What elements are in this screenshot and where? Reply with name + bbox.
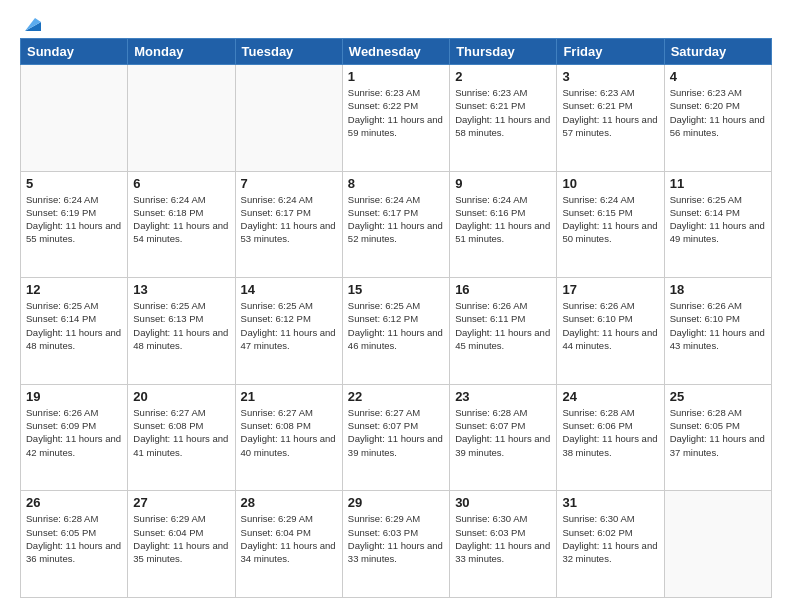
calendar-cell: 24Sunrise: 6:28 AM Sunset: 6:06 PM Dayli… [557,384,664,491]
col-thursday: Thursday [450,39,557,65]
day-number: 1 [348,69,444,84]
calendar-cell: 1Sunrise: 6:23 AM Sunset: 6:22 PM Daylig… [342,65,449,172]
calendar-week-row: 1Sunrise: 6:23 AM Sunset: 6:22 PM Daylig… [21,65,772,172]
calendar-cell: 20Sunrise: 6:27 AM Sunset: 6:08 PM Dayli… [128,384,235,491]
day-info: Sunrise: 6:24 AM Sunset: 6:17 PM Dayligh… [241,193,337,246]
col-sunday: Sunday [21,39,128,65]
day-info: Sunrise: 6:23 AM Sunset: 6:22 PM Dayligh… [348,86,444,139]
day-info: Sunrise: 6:23 AM Sunset: 6:21 PM Dayligh… [562,86,658,139]
calendar-cell: 5Sunrise: 6:24 AM Sunset: 6:19 PM Daylig… [21,171,128,278]
day-number: 13 [133,282,229,297]
day-info: Sunrise: 6:25 AM Sunset: 6:12 PM Dayligh… [241,299,337,352]
header [20,18,772,28]
day-info: Sunrise: 6:24 AM Sunset: 6:15 PM Dayligh… [562,193,658,246]
day-info: Sunrise: 6:30 AM Sunset: 6:03 PM Dayligh… [455,512,551,565]
calendar-cell: 22Sunrise: 6:27 AM Sunset: 6:07 PM Dayli… [342,384,449,491]
calendar-cell: 6Sunrise: 6:24 AM Sunset: 6:18 PM Daylig… [128,171,235,278]
day-number: 20 [133,389,229,404]
calendar-table: Sunday Monday Tuesday Wednesday Thursday… [20,38,772,598]
day-number: 5 [26,176,122,191]
day-number: 28 [241,495,337,510]
day-info: Sunrise: 6:24 AM Sunset: 6:19 PM Dayligh… [26,193,122,246]
day-number: 10 [562,176,658,191]
calendar-cell: 25Sunrise: 6:28 AM Sunset: 6:05 PM Dayli… [664,384,771,491]
day-info: Sunrise: 6:28 AM Sunset: 6:05 PM Dayligh… [670,406,766,459]
calendar-week-row: 5Sunrise: 6:24 AM Sunset: 6:19 PM Daylig… [21,171,772,278]
calendar-cell: 8Sunrise: 6:24 AM Sunset: 6:17 PM Daylig… [342,171,449,278]
calendar-cell: 30Sunrise: 6:30 AM Sunset: 6:03 PM Dayli… [450,491,557,598]
calendar-cell: 18Sunrise: 6:26 AM Sunset: 6:10 PM Dayli… [664,278,771,385]
calendar-cell: 4Sunrise: 6:23 AM Sunset: 6:20 PM Daylig… [664,65,771,172]
day-info: Sunrise: 6:29 AM Sunset: 6:04 PM Dayligh… [241,512,337,565]
day-number: 29 [348,495,444,510]
day-number: 17 [562,282,658,297]
day-number: 19 [26,389,122,404]
day-info: Sunrise: 6:30 AM Sunset: 6:02 PM Dayligh… [562,512,658,565]
calendar-cell: 12Sunrise: 6:25 AM Sunset: 6:14 PM Dayli… [21,278,128,385]
col-wednesday: Wednesday [342,39,449,65]
day-number: 2 [455,69,551,84]
day-number: 24 [562,389,658,404]
calendar-cell: 31Sunrise: 6:30 AM Sunset: 6:02 PM Dayli… [557,491,664,598]
calendar-cell: 3Sunrise: 6:23 AM Sunset: 6:21 PM Daylig… [557,65,664,172]
page: Sunday Monday Tuesday Wednesday Thursday… [0,0,792,612]
day-number: 30 [455,495,551,510]
day-info: Sunrise: 6:26 AM Sunset: 6:10 PM Dayligh… [562,299,658,352]
day-info: Sunrise: 6:25 AM Sunset: 6:14 PM Dayligh… [670,193,766,246]
calendar-cell: 11Sunrise: 6:25 AM Sunset: 6:14 PM Dayli… [664,171,771,278]
day-info: Sunrise: 6:23 AM Sunset: 6:20 PM Dayligh… [670,86,766,139]
day-info: Sunrise: 6:29 AM Sunset: 6:04 PM Dayligh… [133,512,229,565]
calendar-cell [235,65,342,172]
day-number: 27 [133,495,229,510]
day-number: 23 [455,389,551,404]
calendar-cell: 15Sunrise: 6:25 AM Sunset: 6:12 PM Dayli… [342,278,449,385]
col-tuesday: Tuesday [235,39,342,65]
logo-icon [21,18,41,32]
day-number: 18 [670,282,766,297]
day-info: Sunrise: 6:27 AM Sunset: 6:08 PM Dayligh… [241,406,337,459]
col-friday: Friday [557,39,664,65]
calendar-week-row: 26Sunrise: 6:28 AM Sunset: 6:05 PM Dayli… [21,491,772,598]
day-number: 8 [348,176,444,191]
calendar-cell [128,65,235,172]
day-info: Sunrise: 6:24 AM Sunset: 6:18 PM Dayligh… [133,193,229,246]
day-info: Sunrise: 6:28 AM Sunset: 6:07 PM Dayligh… [455,406,551,459]
day-number: 16 [455,282,551,297]
day-info: Sunrise: 6:26 AM Sunset: 6:11 PM Dayligh… [455,299,551,352]
calendar-cell: 29Sunrise: 6:29 AM Sunset: 6:03 PM Dayli… [342,491,449,598]
day-info: Sunrise: 6:27 AM Sunset: 6:08 PM Dayligh… [133,406,229,459]
calendar-cell [664,491,771,598]
calendar-body: 1Sunrise: 6:23 AM Sunset: 6:22 PM Daylig… [21,65,772,598]
logo [20,18,41,28]
day-number: 9 [455,176,551,191]
day-info: Sunrise: 6:29 AM Sunset: 6:03 PM Dayligh… [348,512,444,565]
calendar-cell: 23Sunrise: 6:28 AM Sunset: 6:07 PM Dayli… [450,384,557,491]
day-number: 12 [26,282,122,297]
day-number: 4 [670,69,766,84]
calendar-week-row: 19Sunrise: 6:26 AM Sunset: 6:09 PM Dayli… [21,384,772,491]
calendar-cell: 13Sunrise: 6:25 AM Sunset: 6:13 PM Dayli… [128,278,235,385]
day-number: 11 [670,176,766,191]
calendar-cell: 2Sunrise: 6:23 AM Sunset: 6:21 PM Daylig… [450,65,557,172]
calendar-cell: 10Sunrise: 6:24 AM Sunset: 6:15 PM Dayli… [557,171,664,278]
day-info: Sunrise: 6:27 AM Sunset: 6:07 PM Dayligh… [348,406,444,459]
calendar-cell: 7Sunrise: 6:24 AM Sunset: 6:17 PM Daylig… [235,171,342,278]
day-info: Sunrise: 6:25 AM Sunset: 6:13 PM Dayligh… [133,299,229,352]
col-monday: Monday [128,39,235,65]
day-number: 22 [348,389,444,404]
day-number: 15 [348,282,444,297]
calendar-cell: 27Sunrise: 6:29 AM Sunset: 6:04 PM Dayli… [128,491,235,598]
calendar-week-row: 12Sunrise: 6:25 AM Sunset: 6:14 PM Dayli… [21,278,772,385]
calendar-header-row: Sunday Monday Tuesday Wednesday Thursday… [21,39,772,65]
calendar-cell: 16Sunrise: 6:26 AM Sunset: 6:11 PM Dayli… [450,278,557,385]
day-info: Sunrise: 6:24 AM Sunset: 6:17 PM Dayligh… [348,193,444,246]
day-number: 26 [26,495,122,510]
day-number: 6 [133,176,229,191]
calendar-cell: 19Sunrise: 6:26 AM Sunset: 6:09 PM Dayli… [21,384,128,491]
calendar-cell: 9Sunrise: 6:24 AM Sunset: 6:16 PM Daylig… [450,171,557,278]
day-info: Sunrise: 6:24 AM Sunset: 6:16 PM Dayligh… [455,193,551,246]
calendar-cell: 14Sunrise: 6:25 AM Sunset: 6:12 PM Dayli… [235,278,342,385]
day-number: 31 [562,495,658,510]
day-number: 21 [241,389,337,404]
day-info: Sunrise: 6:23 AM Sunset: 6:21 PM Dayligh… [455,86,551,139]
